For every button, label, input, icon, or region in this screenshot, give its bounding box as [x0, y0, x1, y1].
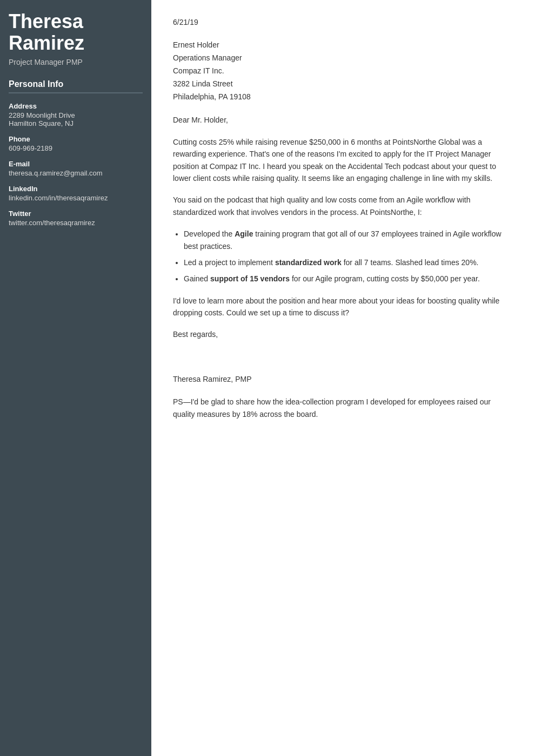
applicant-name: Theresa Ramirez — [9, 11, 143, 53]
twitter-label: Twitter — [9, 210, 143, 218]
bullet3-pre: Gained — [184, 274, 210, 283]
ps-block: PS—I'd be glad to share how the idea-col… — [173, 396, 513, 420]
bullet2-bold: standardized work — [275, 258, 342, 267]
bullet-list: Developed the Agile training program tha… — [184, 228, 513, 285]
phone-value: 609-969-2189 — [9, 144, 143, 152]
recipient-company: Compaz IT Inc. — [173, 65, 513, 78]
email-value: theresa.q.ramirez@gmail.com — [9, 169, 143, 177]
bullet3-post: for our Agile program, cutting costs by … — [290, 274, 480, 283]
personal-info-header: Personal Info — [9, 79, 143, 93]
address-block: Address 2289 Moonlight Drive Hamilton Sq… — [9, 102, 143, 127]
letter-content: 6/21/19 Ernest Holder Operations Manager… — [151, 0, 535, 756]
email-block: E-mail theresa.q.ramirez@gmail.com — [9, 160, 143, 177]
email-label: E-mail — [9, 160, 143, 168]
recipient-street: 3282 Linda Street — [173, 78, 513, 91]
bullet-item-2: Led a project to implement standardized … — [184, 256, 513, 268]
salutation: Dear Mr. Holder, — [173, 114, 513, 126]
address-line1: 2289 Moonlight Drive — [9, 111, 143, 119]
address-label: Address — [9, 102, 143, 110]
phone-label: Phone — [9, 135, 143, 143]
recipient-name: Ernest Holder — [173, 39, 513, 52]
twitter-block: Twitter twitter.com/theresaqramirez — [9, 210, 143, 227]
recipient-city: Philadelphia, PA 19108 — [173, 91, 513, 104]
bullet3-bold: support of 15 vendors — [210, 274, 290, 283]
sidebar: Theresa Ramirez Project Manager PMP Pers… — [0, 0, 151, 756]
bullet2-pre: Led a project to implement — [184, 258, 275, 267]
bullet1-pre: Developed the — [184, 230, 235, 238]
paragraph-2-intro: You said on the podcast that high qualit… — [173, 194, 513, 218]
paragraph-3: I'd love to learn more about the positio… — [173, 295, 513, 319]
linkedin-block: LinkedIn linkedin.com/in/theresaqramirez — [9, 185, 143, 202]
letter-date: 6/21/19 — [173, 16, 513, 28]
applicant-title: Project Manager PMP — [9, 58, 143, 66]
twitter-value: twitter.com/theresaqramirez — [9, 219, 143, 227]
bullet-item-3: Gained support of 15 vendors for our Agi… — [184, 273, 513, 285]
recipient-block: Ernest Holder Operations Manager Compaz … — [173, 39, 513, 103]
address-line2: Hamilton Square, NJ — [9, 119, 143, 127]
linkedin-label: LinkedIn — [9, 185, 143, 193]
phone-block: Phone 609-969-2189 — [9, 135, 143, 152]
linkedin-value: linkedin.com/in/theresaqramirez — [9, 194, 143, 202]
paragraph-1: Cutting costs 25% while raising revenue … — [173, 136, 513, 185]
bullet1-bold: Agile — [235, 230, 253, 238]
recipient-title: Operations Manager — [173, 52, 513, 65]
bullet2-post: for all 7 teams. Slashed lead times 20%. — [342, 258, 479, 267]
bullet-item-1: Developed the Agile training program tha… — [184, 228, 513, 252]
closing: Best regards, — [173, 328, 513, 340]
signature: Theresa Ramirez, PMP — [173, 373, 513, 385]
